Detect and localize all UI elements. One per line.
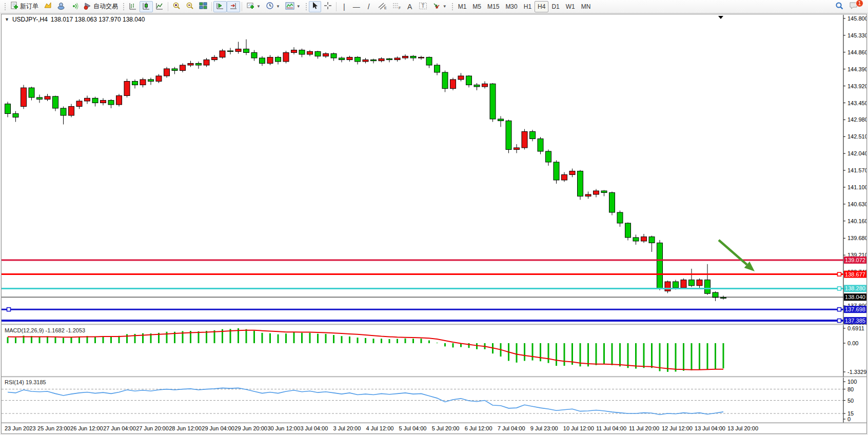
candle bbox=[633, 234, 639, 245]
annotation-arrow[interactable] bbox=[719, 240, 747, 265]
candlestick-chart-button[interactable] bbox=[140, 1, 153, 12]
line-handle[interactable] bbox=[838, 287, 841, 290]
cursor-icon bbox=[311, 2, 319, 11]
profile-button[interactable] bbox=[54, 1, 68, 12]
rsi-scale-label: 80 bbox=[847, 386, 854, 392]
zoom-in-button[interactable] bbox=[170, 1, 183, 12]
date-axis-label: 27 Jun 04:00 bbox=[103, 425, 136, 431]
timeframe-M15[interactable]: M15 bbox=[484, 1, 502, 12]
toolbar-grip[interactable] bbox=[4, 2, 6, 11]
candle bbox=[85, 96, 90, 104]
timeframe-W1[interactable]: W1 bbox=[563, 1, 578, 12]
chart-shift-button[interactable] bbox=[213, 1, 227, 12]
svg-text:137.385: 137.385 bbox=[845, 318, 865, 324]
chart-shift-marker[interactable] bbox=[718, 16, 723, 19]
indicators-icon bbox=[285, 2, 294, 11]
date-axis-label: 28 Jun 12:00 bbox=[169, 425, 202, 431]
line-chart-icon bbox=[155, 2, 164, 11]
search-button[interactable] bbox=[833, 1, 846, 12]
auto-trading-label: 自动交易 bbox=[93, 2, 118, 11]
candle bbox=[506, 120, 511, 153]
date-axis-label: 6 Jul 12:00 bbox=[465, 425, 492, 431]
equidistant-channel-tool[interactable]: E bbox=[375, 1, 389, 12]
period-dropdown[interactable]: ▼ bbox=[263, 1, 283, 12]
candle bbox=[562, 172, 567, 182]
new-chart-dropdown[interactable]: ▼ bbox=[244, 1, 263, 12]
shapes-dropdown[interactable]: ▼ bbox=[430, 1, 449, 12]
shapes-arrows-icon bbox=[432, 2, 441, 11]
new-order-button[interactable]: 新订单 bbox=[8, 1, 41, 12]
chat-button[interactable]: 1 bbox=[846, 1, 861, 12]
trendline-icon: / bbox=[368, 3, 370, 10]
candle bbox=[410, 55, 416, 61]
candle bbox=[196, 62, 202, 69]
ohlc-values: 138.017 138.063 137.970 138.040 bbox=[51, 16, 145, 23]
text-label-tool[interactable]: T bbox=[416, 1, 430, 12]
candle bbox=[204, 58, 209, 67]
candle bbox=[665, 281, 670, 293]
indicators-dropdown[interactable]: ▼ bbox=[283, 1, 303, 12]
macd-scale-label: 0.6911 bbox=[847, 325, 864, 331]
channel-icon: E bbox=[378, 2, 387, 11]
candle bbox=[92, 97, 98, 107]
rsi-scale-label: 50 bbox=[847, 398, 854, 404]
timeframe-M30[interactable]: M30 bbox=[502, 1, 520, 12]
fibonacci-tool[interactable]: F bbox=[389, 1, 404, 12]
auto-scroll-icon bbox=[229, 2, 238, 11]
new-chart-icon bbox=[246, 2, 254, 11]
vertical-line-tool[interactable]: | bbox=[338, 1, 350, 12]
candle bbox=[291, 47, 297, 54]
candle bbox=[164, 67, 170, 78]
auto-scroll-button[interactable] bbox=[227, 1, 240, 12]
chart-window: ▼ USDJPY-,H4 138.017 138.063 137.970 138… bbox=[1, 14, 867, 434]
caret-down-icon: ▼ bbox=[257, 4, 261, 9]
crosshair-tool-button[interactable] bbox=[321, 1, 334, 12]
candle bbox=[235, 42, 241, 54]
timeframe-MN[interactable]: MN bbox=[578, 1, 594, 12]
auto-trading-button[interactable]: 自动交易 bbox=[81, 1, 121, 12]
line-handle[interactable] bbox=[838, 319, 841, 323]
text-tool[interactable]: A bbox=[404, 1, 416, 12]
price-tick-label: 142.980 bbox=[847, 116, 866, 123]
price-tick-label: 143.920 bbox=[847, 83, 866, 89]
toolbar-grip[interactable] bbox=[305, 2, 307, 11]
cursor-tool-button[interactable] bbox=[309, 1, 321, 12]
timeframe-M5[interactable]: M5 bbox=[469, 1, 484, 12]
candle bbox=[212, 55, 218, 62]
line-handle[interactable] bbox=[838, 308, 841, 311]
market-watch-button[interactable] bbox=[41, 1, 54, 12]
market-watch-icon bbox=[44, 2, 52, 11]
trendline-tool[interactable]: / bbox=[363, 1, 375, 12]
new-order-icon bbox=[10, 2, 18, 11]
timeframe-M1[interactable]: M1 bbox=[455, 1, 470, 12]
price-tick-label: 145.330 bbox=[847, 32, 866, 38]
profile-icon bbox=[57, 2, 65, 11]
rsi-indicator-label: RSI(14) 19.3185 bbox=[5, 379, 46, 385]
candle bbox=[466, 75, 472, 88]
toolbar-grip[interactable] bbox=[451, 2, 453, 11]
price-chart-canvas[interactable]: 145.800145.330144.860144.390143.920143.4… bbox=[2, 14, 866, 433]
price-tick-label: 140.630 bbox=[847, 201, 866, 207]
candle bbox=[124, 79, 130, 97]
candle bbox=[172, 67, 177, 74]
window-menu-icon[interactable]: ▼ bbox=[5, 17, 9, 22]
horizontal-line-tool[interactable]: — bbox=[350, 1, 363, 12]
zoom-out-button[interactable] bbox=[183, 1, 196, 12]
signal-button[interactable] bbox=[68, 1, 81, 12]
svg-text:F: F bbox=[399, 6, 401, 10]
price-tick-label: 141.100 bbox=[847, 184, 866, 190]
timeframe-H4[interactable]: H4 bbox=[535, 1, 548, 12]
line-handle[interactable] bbox=[838, 272, 841, 276]
candle bbox=[108, 100, 114, 109]
bar-chart-button[interactable] bbox=[126, 1, 140, 12]
date-axis-label: 27 Jun 20:00 bbox=[136, 425, 169, 431]
timeframe-H1[interactable]: H1 bbox=[521, 1, 535, 12]
line-handle[interactable] bbox=[7, 308, 11, 311]
candle bbox=[61, 107, 66, 125]
price-tick-label: 142.510 bbox=[847, 133, 866, 140]
timeframe-D1[interactable]: D1 bbox=[548, 1, 562, 12]
tile-windows-button[interactable] bbox=[196, 1, 210, 12]
line-chart-button[interactable] bbox=[153, 1, 166, 12]
toolbar-grip[interactable] bbox=[122, 2, 125, 11]
text-icon: A bbox=[407, 3, 412, 10]
